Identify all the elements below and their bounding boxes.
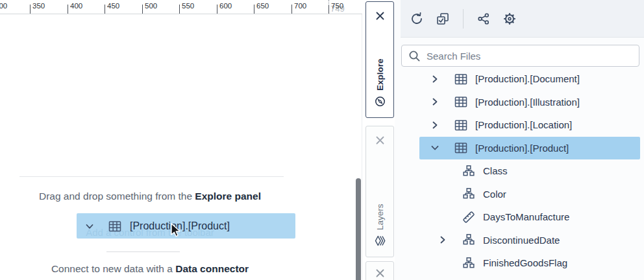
tree-item-label: DiscontinuedDate — [483, 235, 560, 246]
dashboard-canvas[interactable]: 749 300350400450500550600650700750 Dashb… — [0, 0, 362, 280]
ruler-tick-label: 600 — [219, 2, 232, 10]
ruler-tick-label: 500 — [145, 2, 157, 10]
ruler-tick-label: 350 — [32, 2, 45, 10]
chevron-right-icon[interactable] — [430, 97, 440, 107]
table-icon — [453, 140, 469, 156]
chevron-right-icon[interactable] — [438, 235, 448, 245]
canvas-vertical-scrollbar[interactable] — [356, 178, 361, 280]
tree-item-label: Color — [483, 189, 506, 200]
table-icon — [453, 117, 469, 133]
close-panel-icon[interactable] — [374, 267, 386, 279]
connect-data-hint: Connect to new data with a Data connecto… — [0, 263, 300, 275]
ruler-tick-label: 700 — [294, 2, 306, 10]
horizontal-ruler: 749 300350400450500550600650700750 — [0, 0, 362, 14]
explore-panel: [Production].[Document][Production].[Ill… — [395, 0, 644, 280]
ruler-tick-label: 750 — [331, 2, 343, 10]
layers-icon — [375, 235, 386, 246]
ruler-tick — [179, 5, 180, 14]
ruler-tick — [328, 5, 329, 14]
tab-explore[interactable]: Explore — [365, 1, 394, 118]
chevron-spacer — [438, 189, 448, 199]
tab-hidden-panel[interactable] — [365, 261, 394, 280]
tree-item[interactable]: DiscontinuedDate — [419, 229, 640, 252]
ruler-tick-label: 400 — [70, 2, 82, 10]
data-connector-link-text: Data connector — [175, 263, 249, 274]
chevron-spacer — [438, 166, 448, 176]
search-input[interactable] — [427, 51, 621, 62]
panel-tab-strip: Explore Layers — [362, 0, 395, 280]
connect-hint-text: Connect to new data with a — [51, 263, 175, 274]
table-icon — [107, 218, 123, 234]
explore-panel-toolbar — [401, 0, 644, 38]
ruler-tick — [105, 5, 105, 14]
tree-item-label: FinishedGoodsFlag — [483, 257, 567, 268]
tree-item-label: [Production].[Location] — [475, 119, 572, 130]
tree-item-label: Class — [483, 165, 508, 176]
chevron-down-icon[interactable] — [430, 143, 440, 153]
refresh-button[interactable] — [407, 9, 427, 29]
ruler-tick — [142, 5, 143, 14]
tree-item-label: DaysToManufacture — [483, 211, 569, 222]
dragged-tree-item-ghost[interactable]: [Production].[Product] — [77, 213, 295, 239]
share-button[interactable] — [474, 9, 493, 29]
compass-icon — [375, 96, 386, 107]
table-icon — [453, 94, 469, 110]
tree-item[interactable]: [Production].[Illustration] — [419, 91, 640, 114]
tab-layers-label: Layers — [375, 204, 385, 230]
ruler-guide-line — [328, 0, 329, 5]
chevron-spacer — [438, 258, 448, 268]
chevron-right-icon[interactable] — [430, 74, 440, 84]
app-window: 749 300350400450500550600650700750 Dashb… — [0, 0, 644, 280]
ruler-tick-label: 550 — [182, 2, 194, 10]
search-icon — [408, 50, 421, 62]
dimension-hierarchy-icon — [461, 232, 477, 248]
tree-item[interactable]: Color — [419, 183, 640, 206]
drag-hint-text: Drag and drop something from the — [39, 191, 195, 202]
ruler-tick — [30, 5, 31, 14]
dimension-hierarchy-icon — [461, 163, 477, 179]
tree-item[interactable]: DaysToManufacture — [419, 205, 640, 229]
tab-explore-label: Explore — [375, 58, 385, 91]
tree-item-label: [Production].[Document] — [475, 73, 580, 84]
data-source-tree: [Production].[Document][Production].[Ill… — [419, 67, 640, 275]
toolbar-divider — [463, 9, 464, 29]
table-icon — [453, 71, 469, 87]
explore-panel-link-text: Explore panel — [195, 191, 261, 202]
ruler-tick — [254, 5, 254, 14]
ruler-tick — [291, 5, 292, 14]
ruler-tick — [217, 5, 217, 14]
chevron-down-icon — [84, 221, 95, 231]
close-layers-icon[interactable] — [374, 134, 386, 146]
section-divider — [106, 251, 180, 252]
tree-item[interactable]: Class — [419, 159, 640, 183]
dimension-hierarchy-icon — [461, 255, 477, 271]
settings-gear-button[interactable] — [500, 9, 519, 29]
dashboard-title-widget[interactable]: Dashboard — [0, 139, 299, 172]
tree-item[interactable]: [Production].[Document] — [419, 67, 640, 91]
tree-item[interactable]: [Production].[Product] — [419, 137, 640, 160]
ruler-tick-label: 650 — [256, 2, 269, 10]
tree-item-label: [Production].[Product] — [475, 143, 569, 154]
tree-item-label: [Production].[Illustration] — [475, 97, 580, 108]
mouse-cursor — [170, 223, 183, 239]
tree-item[interactable]: FinishedGoodsFlag — [419, 251, 640, 275]
drag-drop-hint: Drag and drop something from the Explore… — [0, 191, 300, 202]
chevron-right-icon[interactable] — [430, 120, 440, 130]
copy-check-button[interactable] — [433, 9, 452, 29]
tree-item[interactable]: [Production].[Location] — [419, 113, 640, 137]
chevron-spacer — [438, 212, 448, 222]
dimension-hierarchy-icon — [461, 186, 477, 202]
tab-layers[interactable]: Layers — [365, 126, 394, 257]
measure-ruler-icon — [461, 209, 477, 225]
ruler-tick-label: 450 — [107, 2, 119, 10]
ruler-tick — [68, 5, 68, 14]
search-files-box[interactable] — [401, 45, 639, 67]
ruler-tick-label: 300 — [0, 2, 7, 10]
title-divider — [19, 176, 284, 177]
